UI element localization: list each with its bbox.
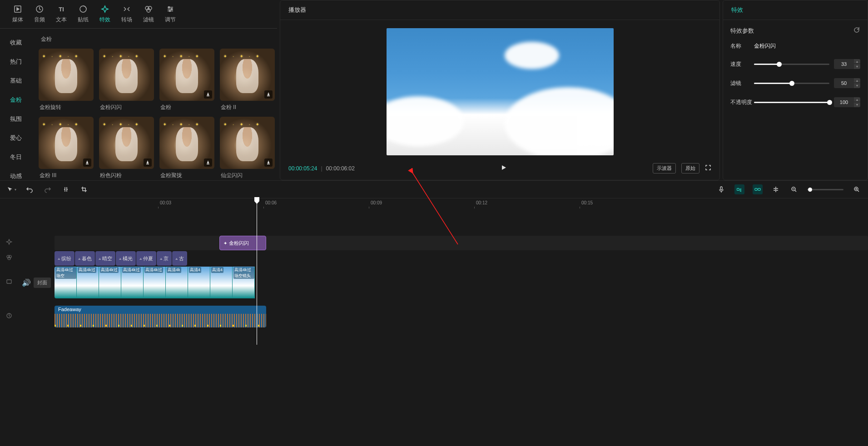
effect-thumbnail[interactable] <box>159 49 214 101</box>
tab-transition[interactable]: 转场 <box>116 2 138 26</box>
effect-item[interactable]: 金粉 <box>159 49 214 111</box>
auto-snap-button[interactable] <box>734 184 744 194</box>
tab-text[interactable]: TI文本 <box>50 2 72 26</box>
effect-item[interactable]: 金粉 III <box>39 117 94 179</box>
effect-item[interactable]: 仙尘闪闪 <box>220 117 275 179</box>
zoom-in-button[interactable] <box>852 184 862 194</box>
crop-button[interactable] <box>79 184 89 194</box>
reset-button[interactable] <box>853 26 860 35</box>
sidebar-item-favorites[interactable]: 收藏 <box>0 33 36 52</box>
opacity-slider[interactable] <box>754 102 829 103</box>
speed-input[interactable] <box>834 59 854 69</box>
download-icon[interactable] <box>264 90 273 99</box>
split-button[interactable] <box>61 184 71 194</box>
effect-thumbnail[interactable] <box>99 49 154 101</box>
sidebar-item-popular[interactable]: 热门 <box>0 52 36 71</box>
adjust-icon <box>166 5 175 14</box>
play-button[interactable] <box>501 164 507 173</box>
right-panel-tab[interactable]: 特效 <box>723 0 868 20</box>
total-time: 00:00:06:02 <box>321 165 355 172</box>
filter-input[interactable] <box>834 78 854 88</box>
tab-filter[interactable]: 滤镜 <box>138 2 159 26</box>
align-button[interactable] <box>771 184 781 194</box>
download-icon[interactable] <box>204 159 212 167</box>
download-icon[interactable] <box>83 159 91 167</box>
sidebar-item-basic[interactable]: 基础 <box>0 71 36 90</box>
filter-clip-icon: ⟁ <box>160 256 162 261</box>
sidebar-item-love[interactable]: 爱心 <box>0 129 36 148</box>
effect-thumbnail[interactable] <box>39 49 94 101</box>
effect-name: 金粉聚拢 <box>159 172 214 179</box>
playhead[interactable] <box>257 198 257 345</box>
filter-clip[interactable]: ⟁京 <box>157 251 172 266</box>
name-label: 名称 <box>730 42 754 50</box>
opacity-input[interactable] <box>834 97 854 107</box>
effect-clip[interactable]: ✦ 金粉闪闪 <box>219 236 266 250</box>
download-icon[interactable] <box>204 90 212 99</box>
audio-clip[interactable]: Fadeaway <box>55 306 266 327</box>
opacity-spinner[interactable]: ▲▼ <box>834 97 860 107</box>
filter-spinner[interactable]: ▲▼ <box>834 78 860 88</box>
opacity-up[interactable]: ▲ <box>854 97 860 102</box>
filter-clip-label: 古 <box>179 255 184 262</box>
speed-down[interactable]: ▼ <box>854 64 860 69</box>
scope-button[interactable]: 示波器 <box>653 163 676 173</box>
effect-thumbnail[interactable] <box>39 117 94 169</box>
player-panel: 播放器 00:00:05:24 00:00:06:02 示波器 原始 <box>280 0 720 180</box>
filter-clip[interactable]: ⟁古 <box>172 251 187 266</box>
zoom-out-button[interactable] <box>789 184 799 194</box>
effect-name: 粉色闪粉 <box>99 172 154 179</box>
sidebar-item-dynamic[interactable]: 动感 <box>0 167 36 180</box>
effect-item[interactable]: 粉色闪粉 <box>99 117 154 179</box>
svg-rect-18 <box>7 280 11 283</box>
opacity-down[interactable]: ▼ <box>854 102 860 107</box>
sidebar-item-ambience[interactable]: 氛围 <box>0 109 36 129</box>
tab-sticker[interactable]: 贴纸 <box>72 2 94 26</box>
undo-button[interactable] <box>25 184 35 194</box>
speed-spinner[interactable]: ▲▼ <box>834 59 860 69</box>
cover-button[interactable]: 封面 <box>34 278 51 288</box>
time-ruler[interactable]: 00:03 00:06 00:09 00:12 00:15 <box>55 198 868 208</box>
mute-icon[interactable]: 🔊 <box>22 278 31 287</box>
sidebar-item-gold[interactable]: 金粉 <box>0 90 36 109</box>
download-icon[interactable] <box>144 159 152 167</box>
filter-down[interactable]: ▼ <box>854 83 860 88</box>
effect-item[interactable]: 金粉 II <box>220 49 275 111</box>
original-button[interactable]: 原始 <box>681 163 699 173</box>
effect-track-icon <box>0 239 18 247</box>
redo-button[interactable] <box>43 184 53 194</box>
filter-clip-icon: ⟁ <box>78 256 80 261</box>
filter-clip-icon: ⟁ <box>99 256 101 261</box>
effect-thumbnail[interactable] <box>220 49 275 101</box>
filter-clip[interactable]: ⟁仲夏 <box>136 251 156 266</box>
tab-media[interactable]: 媒体 <box>7 2 29 26</box>
tab-audio[interactable]: 音频 <box>29 2 50 26</box>
tab-adjust[interactable]: 调节 <box>159 2 181 26</box>
video-clip[interactable]: 高清4k过场空高清4k过高清4k过高清4k过高清4k过高清4k高清4高清4高清4… <box>55 267 266 298</box>
link-button[interactable] <box>753 184 763 194</box>
selection-tool[interactable] <box>6 184 16 194</box>
effect-thumbnail[interactable] <box>99 117 154 169</box>
sidebar-item-winter[interactable]: 冬日 <box>0 148 36 167</box>
opacity-label: 不透明度 <box>730 99 754 106</box>
filter-clip[interactable]: ⟁晴空 <box>95 251 115 266</box>
speed-slider[interactable] <box>754 64 829 65</box>
effect-item[interactable]: 金粉聚拢 <box>159 117 214 179</box>
filter-clip[interactable]: ⟁橘光 <box>116 251 136 266</box>
filter-clip[interactable]: ⟁暮色 <box>75 251 95 266</box>
tab-effects[interactable]: 特效 <box>94 2 116 26</box>
effect-thumbnail[interactable] <box>159 117 214 169</box>
effect-item[interactable]: 金粉旋转 <box>39 49 94 111</box>
effect-item[interactable]: 金粉闪闪 <box>99 49 154 111</box>
filter-slider[interactable] <box>754 83 829 84</box>
speed-up[interactable]: ▲ <box>854 59 860 64</box>
effects-browser-panel: 媒体 音频 TI文本 贴纸 特效 转场 滤镜 调节 收藏 热门 基础 金粉 氛围… <box>0 0 277 180</box>
preview-image[interactable] <box>387 28 614 155</box>
download-icon[interactable] <box>264 159 273 167</box>
fullscreen-button[interactable] <box>705 164 711 173</box>
effect-thumbnail[interactable] <box>220 117 275 169</box>
zoom-slider[interactable] <box>807 189 843 190</box>
filter-up[interactable]: ▲ <box>854 78 860 83</box>
filter-clip[interactable]: ⟁缤纷 <box>55 251 74 266</box>
mic-button[interactable] <box>716 184 726 194</box>
